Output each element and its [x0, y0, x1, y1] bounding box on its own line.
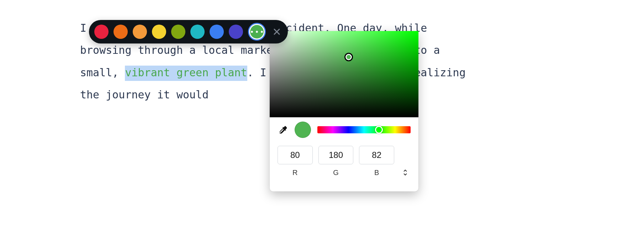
hue-handle[interactable]: [375, 126, 383, 134]
swatch-blue[interactable]: [210, 25, 224, 39]
color-preview: [295, 122, 311, 138]
swatch-orange[interactable]: [114, 25, 128, 39]
r-input[interactable]: [278, 146, 313, 164]
g-label: G: [333, 169, 339, 177]
dots-icon: •••: [250, 28, 265, 35]
swatch-red[interactable]: [94, 25, 109, 39]
close-toolbar-button[interactable]: [272, 27, 281, 36]
eyedropper-icon: [278, 125, 288, 135]
saturation-value-area[interactable]: [270, 31, 418, 117]
swatch-olive[interactable]: [171, 25, 185, 39]
swatch-cyan[interactable]: [190, 25, 205, 39]
color-mode-switch[interactable]: [400, 146, 411, 177]
more-colors-button[interactable]: •••: [248, 23, 266, 41]
sv-handle[interactable]: [344, 53, 353, 61]
color-swatch-toolbar: •••: [89, 20, 288, 43]
g-input[interactable]: [318, 146, 354, 164]
swatch-light-orange[interactable]: [133, 25, 147, 39]
picker-controls: R G B: [270, 117, 418, 183]
b-label: B: [374, 169, 379, 177]
swatch-yellow[interactable]: [152, 25, 166, 39]
more-colors-inner: •••: [250, 25, 264, 38]
eyedropper-button[interactable]: [278, 124, 288, 135]
swatch-indigo[interactable]: [229, 25, 243, 39]
hue-slider[interactable]: [317, 126, 411, 133]
color-picker-panel: R G B: [270, 31, 418, 191]
sv-black-gradient: [270, 31, 418, 117]
r-label: R: [292, 169, 297, 177]
selected-text-highlight[interactable]: vibrant green plant: [125, 66, 247, 81]
chevron-updown-icon: [403, 169, 408, 176]
b-input[interactable]: [359, 146, 394, 164]
highlighted-text: vibrant green plant: [125, 66, 247, 79]
close-icon: [273, 28, 280, 35]
